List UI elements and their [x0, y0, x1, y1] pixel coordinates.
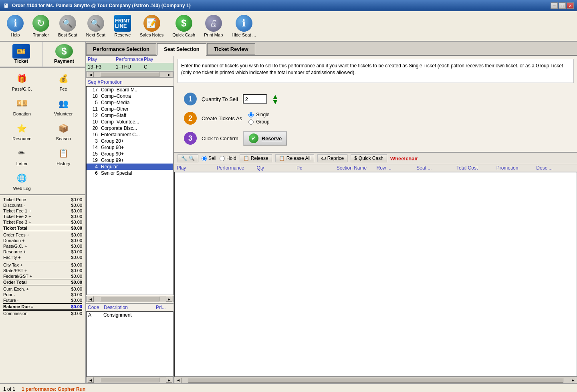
payment-label: Payment — [54, 59, 74, 64]
promo-scroll-right[interactable]: ► — [166, 296, 172, 302]
quick-cash-label: Quick Cash — [172, 32, 195, 37]
tools-button[interactable]: 🔧 🔍 — [178, 154, 198, 162]
code-scroll-right[interactable]: ► — [166, 377, 172, 383]
promo-item-20[interactable]: 20Corporate Disc... — [87, 125, 173, 131]
print-map-icon: 🖨 — [205, 15, 222, 32]
sidebar-item-donation[interactable]: 💴 Donation — [2, 94, 42, 118]
print-map-button[interactable]: 🖨 Print Map — [200, 13, 226, 39]
maximize-button[interactable]: □ — [559, 2, 566, 9]
group-ticket-radio[interactable]: Group — [248, 119, 269, 125]
table-scroll-right[interactable]: ► — [570, 378, 576, 383]
best-seat-icon: 🔍 — [59, 15, 76, 32]
tab-ticket-review[interactable]: Ticket Review — [207, 43, 255, 55]
transfer-button[interactable]: ↻ Transfer — [29, 13, 53, 39]
help-button[interactable]: ℹ Help — [3, 13, 27, 39]
reserve-confirm-button[interactable]: ✓ Reserve — [243, 131, 288, 145]
quantity-input[interactable] — [243, 94, 267, 104]
best-seat-button[interactable]: 🔍 Best Seat — [54, 13, 81, 39]
sidebar-item-history[interactable]: 📋 History — [43, 144, 84, 168]
commission-value: $0.00 — [71, 311, 82, 316]
promotions-list[interactable]: 17Comp–Board M... 18Comp–Contra 5Comp–Me… — [86, 86, 174, 295]
seat-description: Enter the number of tickets you wish to … — [178, 59, 574, 83]
season-icon: 📦 — [56, 121, 71, 135]
payment-button[interactable]: $ Payment — [43, 42, 85, 67]
sell-label: Sell — [208, 156, 216, 161]
code-scroll-left[interactable]: ◄ — [87, 377, 94, 383]
sidebar-item-volunteer[interactable]: 👥 Volunteer — [43, 94, 84, 118]
promo-item-10[interactable]: 10Comp–Voluntee... — [87, 119, 173, 125]
ticket-button[interactable]: 🎫 Ticket — [0, 42, 43, 67]
performance-row[interactable]: 13–F3 1–THU C — [86, 63, 174, 71]
curr-exch-label: Curr. Exch. + — [3, 287, 29, 291]
perf-scroll-right[interactable]: ► — [166, 72, 172, 77]
code-scrollbar[interactable]: ◄ ► — [86, 377, 174, 383]
hold-label: Hold — [226, 156, 236, 161]
next-seat-button[interactable]: 🔍 Next Seat — [83, 13, 109, 39]
code-scroll-thumb[interactable] — [100, 378, 159, 382]
promo-item-19[interactable]: 19Group 99+ — [87, 157, 173, 164]
hide-seat-button[interactable]: ℹ Hide Seat ... — [228, 13, 260, 39]
promo-item-3[interactable]: 3Group 20+ — [87, 138, 173, 144]
reserve-toolbar-button[interactable]: FRINTLINE Reserve — [111, 13, 135, 39]
promo-item-12[interactable]: 12Comp–Staff — [87, 112, 173, 119]
promo-seq-header: Seq # — [88, 79, 101, 85]
perf-table-scrollbar[interactable]: ◄ ► — [86, 71, 174, 78]
release-button[interactable]: 📋 Release — [240, 154, 272, 162]
perf-scroll-left[interactable]: ◄ — [87, 72, 94, 77]
promo-item-14[interactable]: 14Group 60+ — [87, 144, 173, 151]
sidebar-item-resource[interactable]: ⭐ Resource — [2, 119, 42, 143]
quick-cash-action-button[interactable]: $ Quick Cash — [351, 154, 387, 162]
sidebar-item-letter[interactable]: ✏ Letter — [2, 144, 42, 168]
ticket-table-body[interactable] — [174, 172, 577, 377]
sidebar-item-pass-gc[interactable]: 🎁 Pass/G.C. — [2, 69, 42, 93]
promotions-header: Seq # Promotion — [86, 79, 174, 86]
promo-item-6[interactable]: 6Senior Special — [87, 170, 173, 176]
tab-seat-selection[interactable]: Seat Selection — [157, 43, 206, 56]
code-list[interactable]: A Consignment — [86, 311, 174, 377]
single-ticket-radio[interactable]: Single — [248, 112, 269, 117]
hold-radio-input[interactable] — [220, 156, 225, 161]
tab-performance-selection[interactable]: Performance Selection — [86, 43, 156, 55]
ticket-fee2-label: Ticket Fee 2 + — [3, 214, 31, 219]
minimize-button[interactable]: ─ — [551, 2, 558, 9]
donation-icon: 💴 — [15, 96, 29, 111]
promo-item-5[interactable]: 5Comp–Media — [87, 99, 173, 106]
promo-item-15[interactable]: 15Group 90+ — [87, 151, 173, 157]
promo-item-16[interactable]: 16Entertainment C... — [87, 131, 173, 138]
promo-item-18[interactable]: 18Comp–Contra — [87, 93, 173, 99]
left-sidebar: 🎫 Ticket $ Payment 🎁 Pass/G.C. 💰 Fee 💴 D… — [0, 42, 86, 383]
promo-item-4[interactable]: 4Regular — [87, 164, 173, 170]
quick-cash-toolbar-button[interactable]: $ Quick Cash — [169, 13, 199, 39]
single-radio-input[interactable] — [248, 112, 254, 117]
reprice-button[interactable]: 🏷 Reprice — [317, 154, 347, 162]
promo-item-17[interactable]: 17Comp–Board M... — [87, 87, 173, 93]
code-item-a[interactable]: A Consignment — [87, 312, 173, 318]
promo-scroll-left[interactable]: ◄ — [87, 296, 94, 302]
sales-notes-button[interactable]: 📝 Sales Notes — [136, 13, 167, 39]
hold-radio[interactable]: Hold — [220, 156, 236, 161]
perf-scroll-thumb[interactable] — [100, 72, 159, 77]
sell-radio[interactable]: Sell — [202, 156, 216, 161]
col-promotion: Promotion — [496, 165, 536, 171]
ticket-fee2-value: $0.00 — [71, 214, 82, 219]
release-all-button[interactable]: 📋 Release All — [275, 154, 314, 162]
promo-item-11[interactable]: 11Comp–Other — [87, 106, 173, 112]
performance-table: Play Performance Play 13–F3 1–THU C — [86, 56, 174, 71]
pass-gc-icon: 🎁 — [15, 71, 29, 86]
sidebar-item-web-log[interactable]: 🌐 Web Log — [2, 169, 42, 193]
code-section: Code Description Pri... A Consignment ◄ — [86, 303, 174, 383]
curr-exch-row: Curr. Exch. + $0.00 — [3, 286, 82, 292]
group-radio-input[interactable] — [248, 119, 254, 125]
facility-row: Facility + $0.00 — [3, 255, 82, 260]
federal-gst-value: $0.00 — [71, 274, 82, 279]
sell-radio-input[interactable] — [202, 156, 207, 161]
sidebar-item-fee[interactable]: 💰 Fee — [43, 69, 84, 93]
close-button[interactable]: ✕ — [567, 2, 574, 9]
promo-scroll-thumb[interactable] — [100, 297, 159, 301]
promo-scrollbar[interactable]: ◄ ► — [86, 296, 174, 302]
table-scroll-thumb[interactable] — [188, 378, 563, 383]
sidebar-item-season[interactable]: 📦 Season — [43, 119, 84, 143]
table-scroll-left[interactable]: ◄ — [175, 378, 182, 383]
ticket-table-scrollbar[interactable]: ◄ ► — [174, 377, 577, 383]
quantity-down-button[interactable]: ▼ — [272, 99, 279, 104]
